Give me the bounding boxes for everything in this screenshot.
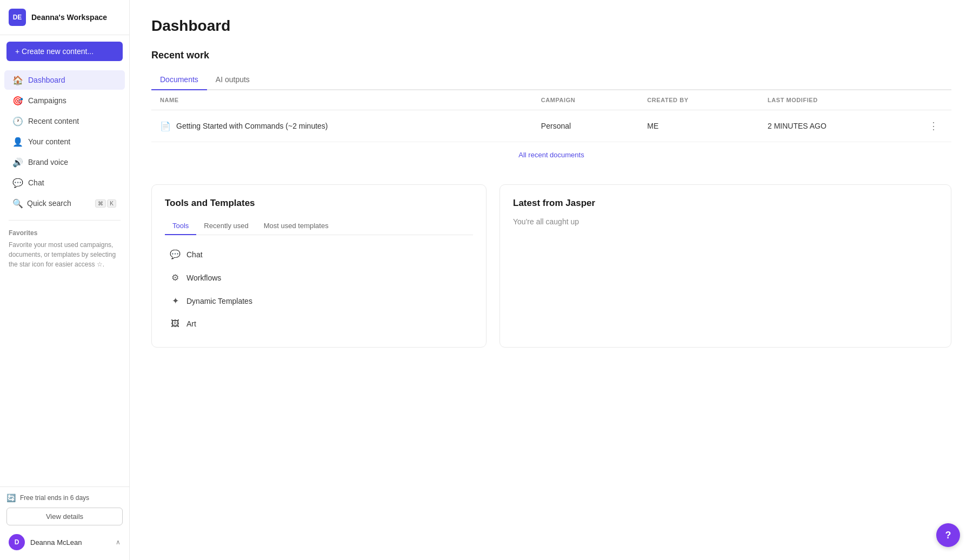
dashboard-icon: 🏠	[13, 75, 23, 85]
table-row[interactable]: 📄 Getting Started with Commands (~2 minu…	[151, 110, 951, 142]
sidebar-item-your-content[interactable]: 👤 Your content	[4, 132, 125, 151]
doc-last-modified: 2 MINUTES AGO	[759, 110, 916, 142]
tools-card-title: Tools and Templates	[165, 198, 473, 209]
page-title: Dashboard	[151, 17, 951, 35]
sidebar-item-label: Brand voice	[28, 158, 68, 166]
tool-item-chat[interactable]: 💬 Chat	[165, 244, 473, 265]
tool-dynamic-icon: ✦	[169, 296, 181, 306]
sidebar-item-dashboard[interactable]: 🏠 Dashboard	[4, 70, 125, 90]
recent-work-tabs: Documents AI outputs	[151, 70, 951, 90]
tool-item-label: Chat	[186, 250, 203, 259]
chat-icon: 💬	[13, 178, 23, 188]
sidebar-bottom: 🔄 Free trial ends in 6 days View details…	[0, 486, 129, 560]
sidebar-item-label: Campaigns	[28, 96, 66, 105]
nav-separator	[9, 220, 121, 221]
trial-text: Free trial ends in 6 days	[20, 494, 89, 502]
tool-list: 💬 Chat ⚙ Workflows ✦ Dynamic Templates 🖼…	[165, 244, 473, 334]
workspace-name: Deanna's Workspace	[31, 13, 107, 22]
favorites-section: Favorites Favorite your most used campai…	[0, 225, 129, 274]
sidebar-item-campaigns[interactable]: 🎯 Campaigns	[4, 91, 125, 110]
recent-work-section: Recent work Documents AI outputs NAME CA…	[151, 50, 951, 167]
tool-chat-icon: 💬	[169, 249, 181, 259]
tool-item-workflows[interactable]: ⚙ Workflows	[165, 267, 473, 288]
tab-tools[interactable]: Tools	[165, 217, 196, 235]
recent-work-title: Recent work	[151, 50, 951, 61]
jasper-card-title: Latest from Jasper	[513, 198, 938, 209]
tools-jasper-section: Tools and Templates Tools Recently used …	[151, 184, 951, 348]
tool-art-icon: 🖼	[169, 319, 181, 329]
campaigns-icon: 🎯	[13, 96, 23, 105]
tool-item-label: Art	[186, 319, 196, 328]
tab-recently-used[interactable]: Recently used	[196, 217, 256, 235]
sidebar-item-recent-content[interactable]: 🕐 Recent content	[4, 111, 125, 131]
quick-search-icon: 🔍	[13, 198, 23, 208]
sidebar-item-quick-search[interactable]: 🔍 Quick search ⌘K	[4, 194, 125, 213]
all-recent-link: All recent documents	[151, 142, 951, 167]
sidebar-item-label: Dashboard	[28, 76, 65, 84]
main-nav: 🏠 Dashboard 🎯 Campaigns 🕐 Recent content…	[0, 68, 129, 216]
workspace-header[interactable]: DE Deanna's Workspace	[0, 0, 129, 35]
doc-campaign: Personal	[532, 110, 638, 142]
sidebar-item-label: Your content	[28, 137, 70, 146]
user-row[interactable]: D Deanna McLean ∧	[6, 531, 123, 554]
sidebar-item-brand-voice[interactable]: 🔊 Brand voice	[4, 152, 125, 172]
recent-content-icon: 🕐	[13, 116, 23, 126]
col-name: NAME	[151, 90, 532, 110]
tools-card: Tools and Templates Tools Recently used …	[151, 184, 486, 348]
documents-table: NAME CAMPAIGN CREATED BY LAST MODIFIED 📄…	[151, 90, 951, 142]
col-campaign: CAMPAIGN	[532, 90, 638, 110]
chevron-up-icon: ∧	[116, 538, 121, 546]
col-actions	[916, 90, 951, 110]
doc-icon: 📄	[160, 121, 171, 131]
help-button[interactable]: ?	[936, 523, 960, 547]
doc-name-cell: 📄 Getting Started with Commands (~2 minu…	[151, 110, 532, 142]
tab-ai-outputs[interactable]: AI outputs	[207, 70, 258, 90]
tools-tabs: Tools Recently used Most used templates	[165, 217, 473, 235]
favorites-desc: Favorite your most used campaigns, docum…	[9, 240, 121, 269]
more-actions-button[interactable]: ⋮	[924, 118, 943, 134]
all-recent-anchor[interactable]: All recent documents	[518, 151, 584, 159]
brand-voice-icon: 🔊	[13, 157, 23, 167]
tab-documents[interactable]: Documents	[151, 70, 207, 90]
main-content: Dashboard Recent work Documents AI outpu…	[130, 0, 973, 560]
workspace-avatar: DE	[9, 9, 26, 26]
doc-more-actions[interactable]: ⋮	[916, 110, 951, 142]
tool-item-dynamic-templates[interactable]: ✦ Dynamic Templates	[165, 290, 473, 311]
trial-icon: 🔄	[6, 494, 16, 502]
col-last-modified: LAST MODIFIED	[759, 90, 916, 110]
sidebar-item-label: Chat	[28, 178, 44, 187]
sidebar-item-label: Quick search	[27, 199, 71, 208]
tool-item-art[interactable]: 🖼 Art	[165, 314, 473, 334]
trial-banner: 🔄 Free trial ends in 6 days	[6, 494, 123, 502]
doc-created-by: ME	[638, 110, 759, 142]
create-button[interactable]: + Create new content...	[6, 42, 123, 61]
view-details-button[interactable]: View details	[6, 508, 123, 525]
jasper-card: Latest from Jasper You're all caught up	[499, 184, 951, 348]
user-name: Deanna McLean	[30, 538, 110, 546]
user-avatar: D	[9, 534, 25, 550]
jasper-subtitle: You're all caught up	[513, 217, 938, 226]
doc-name: Getting Started with Commands (~2 minute…	[176, 122, 328, 130]
your-content-icon: 👤	[13, 137, 23, 146]
col-created-by: CREATED BY	[638, 90, 759, 110]
sidebar-item-chat[interactable]: 💬 Chat	[4, 173, 125, 192]
sidebar-item-label: Recent content	[28, 117, 79, 125]
tool-item-label: Workflows	[186, 274, 221, 282]
shortcut-label: ⌘K	[95, 199, 116, 208]
tab-most-used[interactable]: Most used templates	[256, 217, 336, 235]
tool-workflows-icon: ⚙	[169, 272, 181, 283]
sidebar: DE Deanna's Workspace + Create new conte…	[0, 0, 130, 560]
favorites-title: Favorites	[9, 229, 121, 237]
tool-item-label: Dynamic Templates	[186, 297, 252, 305]
